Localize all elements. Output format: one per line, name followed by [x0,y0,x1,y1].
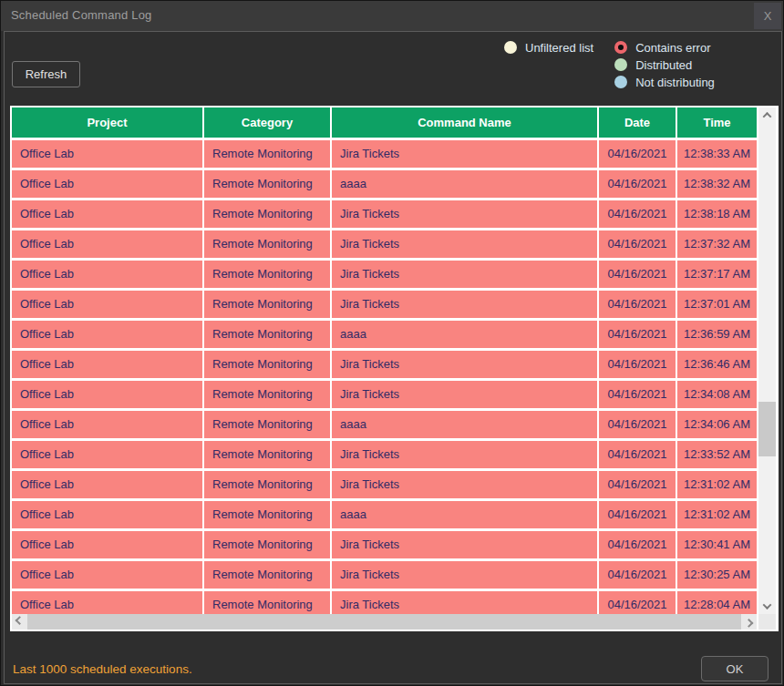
cell-time: 12:37:17 AM [677,261,757,288]
cell-command-name: Jira Tickets [332,441,599,468]
radio-contains-error[interactable]: Contains error [614,41,715,54]
radio-distributed-icon [614,58,627,71]
cell-date: 04/16/2021 [599,561,677,589]
cell-date: 04/16/2021 [599,471,677,498]
vertical-scrollbar-column [758,108,777,630]
radio-not-distributing-label: Not distributing [635,76,715,89]
table-row[interactable]: Office Lab Remote Monitoring aaaa 04/16/… [12,170,757,198]
cell-command-name: Jira Tickets [332,261,599,288]
table-row[interactable]: Office Lab Remote Monitoring Jira Ticket… [12,561,757,589]
cell-date: 04/16/2021 [599,321,677,348]
cell-category: Remote Monitoring [204,411,332,438]
cell-time: 12:31:02 AM [677,501,757,528]
cell-time: 12:34:06 AM [677,411,757,438]
command-log-table: Project Category Command Name Date Time … [10,106,779,631]
cell-time: 12:36:59 AM [677,321,757,348]
cell-project: Office Lab [12,561,204,589]
cell-project: Office Lab [12,471,204,498]
table-row[interactable]: Office Lab Remote Monitoring Jira Ticket… [12,351,757,378]
radio-unfiltered-label: Unfiltered list [525,41,593,55]
table-row[interactable]: Office Lab Remote Monitoring Jira Ticket… [12,291,757,318]
radio-unfiltered-icon [504,41,517,54]
cell-project: Office Lab [12,321,204,348]
table-header-row: Project Category Command Name Date Time [12,108,757,138]
table-row[interactable]: Office Lab Remote Monitoring aaaa 04/16/… [12,501,757,528]
horizontal-scrollbar[interactable] [12,614,757,630]
chevron-right-icon [745,619,754,628]
cell-command-name: Jira Tickets [332,200,599,228]
cell-category: Remote Monitoring [204,441,332,468]
title-bar: Scheduled Command Log X [1,1,783,31]
table-row[interactable]: Office Lab Remote Monitoring Jira Ticket… [12,261,757,288]
filter-col-right: Contains error Distributed Not distribut… [614,41,715,88]
header-time[interactable]: Time [677,108,757,138]
horizontal-scroll-thumb[interactable] [27,614,741,630]
radio-not-distributing[interactable]: Not distributing [614,76,715,88]
vertical-scroll-thumb[interactable] [758,402,776,456]
filter-radio-group: Unfiltered list Contains error Distribut… [504,41,715,88]
table-row[interactable]: Office Lab Remote Monitoring Jira Ticket… [12,230,757,258]
table-row[interactable]: Office Lab Remote Monitoring Jira Ticket… [12,591,757,614]
cell-date: 04/16/2021 [599,441,677,468]
radio-distributed-label: Distributed [635,58,692,72]
close-icon: X [764,9,772,23]
chevron-down-icon [763,600,772,609]
cell-date: 04/16/2021 [599,170,677,198]
table-row[interactable]: Office Lab Remote Monitoring aaaa 04/16/… [12,411,757,438]
close-button[interactable]: X [754,3,781,29]
header-category[interactable]: Category [204,108,332,138]
cell-project: Office Lab [12,381,204,408]
cell-category: Remote Monitoring [204,321,332,348]
ok-button[interactable]: OK [701,656,769,681]
cell-date: 04/16/2021 [599,351,677,378]
scroll-left-button[interactable] [12,614,27,630]
cell-time: 12:38:32 AM [677,170,757,198]
cell-time: 12:38:18 AM [677,200,757,228]
cell-project: Office Lab [12,170,204,198]
table-row[interactable]: Office Lab Remote Monitoring Jira Ticket… [12,140,757,168]
cell-category: Remote Monitoring [204,381,332,408]
vertical-scrollbar[interactable] [758,108,776,614]
cell-category: Remote Monitoring [204,531,332,558]
cell-project: Office Lab [12,441,204,468]
table-row[interactable]: Office Lab Remote Monitoring Jira Ticket… [12,531,757,558]
dialog-title: Scheduled Command Log [11,8,152,22]
table-row[interactable]: Office Lab Remote Monitoring Jira Ticket… [12,200,757,228]
radio-unfiltered-list[interactable]: Unfiltered list [504,41,593,54]
table-row[interactable]: Office Lab Remote Monitoring Jira Ticket… [12,381,757,408]
refresh-button[interactable]: Refresh [12,61,80,87]
cell-date: 04/16/2021 [599,200,677,228]
cell-command-name: Jira Tickets [332,591,599,614]
scrollbar-corner [758,614,776,630]
header-date[interactable]: Date [599,108,677,138]
cell-date: 04/16/2021 [599,140,677,168]
cell-time: 12:34:08 AM [677,381,757,408]
scroll-right-button[interactable] [741,614,757,630]
cell-time: 12:31:02 AM [677,471,757,498]
cell-category: Remote Monitoring [204,200,332,228]
cell-project: Office Lab [12,291,204,318]
header-project[interactable]: Project [12,108,204,138]
cell-command-name: Jira Tickets [332,291,599,318]
cell-project: Office Lab [12,591,204,614]
table-row[interactable]: Office Lab Remote Monitoring Jira Ticket… [12,441,757,468]
table-row[interactable]: Office Lab Remote Monitoring aaaa 04/16/… [12,321,757,348]
cell-command-name: Jira Tickets [332,471,599,498]
radio-contains-error-label: Contains error [635,41,710,55]
header-command-name[interactable]: Command Name [332,108,599,138]
scroll-down-button[interactable] [758,599,776,614]
cell-time: 12:33:52 AM [677,441,757,468]
cell-project: Office Lab [12,230,204,258]
radio-not-distributing-icon [614,76,627,88]
table-body: Office Lab Remote Monitoring Jira Ticket… [12,138,757,614]
cell-category: Remote Monitoring [204,261,332,288]
cell-category: Remote Monitoring [204,170,332,198]
cell-time: 12:30:41 AM [677,531,757,558]
scroll-up-button[interactable] [758,108,776,123]
cell-project: Office Lab [12,261,204,288]
cell-date: 04/16/2021 [599,230,677,258]
cell-category: Remote Monitoring [204,591,332,614]
cell-category: Remote Monitoring [204,140,332,168]
table-row[interactable]: Office Lab Remote Monitoring Jira Ticket… [12,471,757,498]
radio-distributed[interactable]: Distributed [614,58,715,71]
